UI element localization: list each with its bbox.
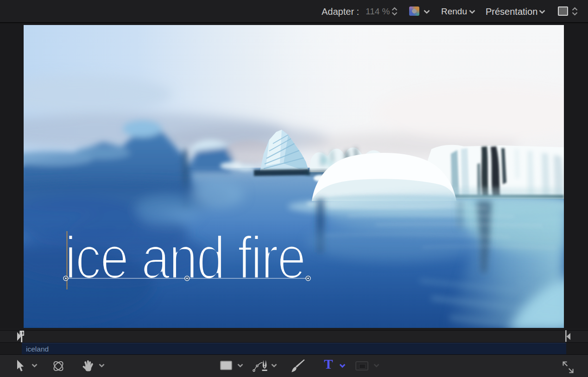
- svg-text:T: T: [324, 358, 333, 371]
- svg-text:ice and fire: ice and fire: [65, 224, 305, 291]
